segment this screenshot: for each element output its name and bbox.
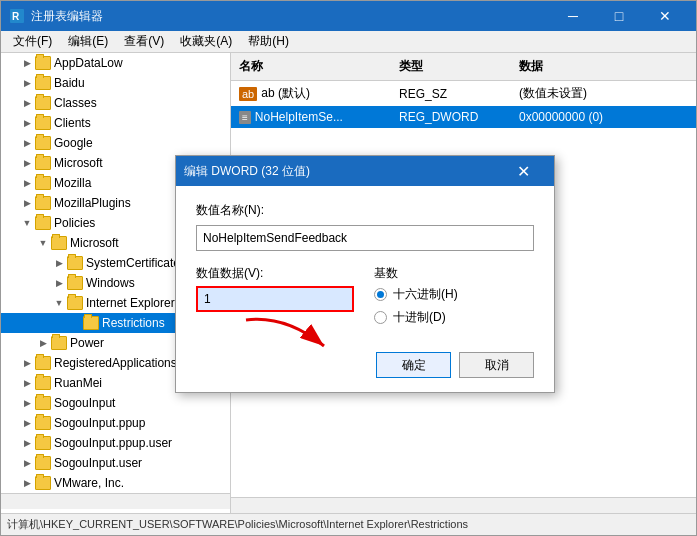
dialog-base-group: 基数 十六进制(H) 十进制(D): [374, 265, 534, 326]
menu-file[interactable]: 文件(F): [5, 31, 60, 52]
dialog-close-button[interactable]: ✕: [500, 156, 546, 186]
close-button[interactable]: ✕: [642, 1, 688, 31]
maximize-button[interactable]: □: [596, 1, 642, 31]
expand-icon[interactable]: ▼: [35, 235, 51, 251]
folder-icon: [51, 236, 67, 250]
folder-icon: [35, 376, 51, 390]
expand-icon[interactable]: ▶: [19, 415, 35, 431]
folder-icon: [67, 256, 83, 270]
right-row-nohelpitem[interactable]: ≡ NoHelpItemSe... REG_DWORD 0x00000000 (…: [231, 106, 696, 128]
expand-icon[interactable]: ▶: [19, 475, 35, 491]
folder-icon: [35, 216, 51, 230]
dialog-name-input[interactable]: [196, 225, 534, 251]
right-row-default[interactable]: ab ab (默认) REG_SZ (数值未设置): [231, 81, 696, 106]
tree-label: Microsoft: [54, 156, 103, 170]
tree-item-classes[interactable]: ▶ Classes: [1, 93, 230, 113]
tree-item-baidu[interactable]: ▶ Baidu: [1, 73, 230, 93]
menu-edit[interactable]: 编辑(E): [60, 31, 116, 52]
dialog-buttons: 确定 取消: [176, 342, 554, 392]
tree-label: Microsoft: [70, 236, 119, 250]
right-panel-header: 名称 类型 数据: [231, 53, 696, 81]
expand-icon[interactable]: ▶: [19, 175, 35, 191]
expand-icon[interactable]: ▶: [19, 435, 35, 451]
radio-hex-circle: [374, 288, 387, 301]
radio-hex[interactable]: 十六进制(H): [374, 286, 534, 303]
expand-icon[interactable]: ▶: [19, 115, 35, 131]
col-type-header: 类型: [391, 55, 511, 78]
radio-dec[interactable]: 十进制(D): [374, 309, 534, 326]
dialog-data-row: 数值数据(V): 基数 十六进制(H) 十进制(D): [196, 265, 534, 326]
expand-icon[interactable]: ▶: [19, 455, 35, 471]
ab-icon: ab: [239, 87, 257, 101]
expand-icon[interactable]: ▶: [19, 135, 35, 151]
expand-icon[interactable]: ▼: [51, 295, 67, 311]
tree-label: MozillaPlugins: [54, 196, 131, 210]
folder-icon: [35, 56, 51, 70]
right-cell-type: REG_SZ: [391, 85, 511, 103]
expand-icon[interactable]: ▶: [35, 335, 51, 351]
menu-favorites[interactable]: 收藏夹(A): [172, 31, 240, 52]
expand-icon[interactable]: ▶: [19, 195, 35, 211]
default-name: ab (默认): [261, 85, 310, 102]
expand-icon[interactable]: ▶: [19, 95, 35, 111]
folder-icon: [35, 96, 51, 110]
menu-help[interactable]: 帮助(H): [240, 31, 297, 52]
dialog-name-label: 数值名称(N):: [196, 202, 534, 219]
right-scrollbar-x[interactable]: [231, 497, 696, 513]
folder-icon: [83, 316, 99, 330]
expand-icon[interactable]: ▼: [19, 215, 35, 231]
nohelpitem-name: NoHelpItemSe...: [255, 110, 343, 124]
tree-item-vmware[interactable]: ▶ VMware, Inc.: [1, 473, 230, 493]
titlebar: R 注册表编辑器 ─ □ ✕: [1, 1, 696, 31]
tree-label: Internet Explorer: [86, 296, 175, 310]
reg-icon: ≡: [239, 111, 251, 124]
tree-label: Power: [70, 336, 104, 350]
tree-label: Classes: [54, 96, 97, 110]
folder-icon: [35, 476, 51, 490]
expand-icon[interactable]: ▶: [19, 395, 35, 411]
expand-icon[interactable]: ▶: [19, 155, 35, 171]
right-cell-name: ab ab (默认): [231, 83, 391, 104]
tree-item-clients[interactable]: ▶ Clients: [1, 113, 230, 133]
menu-view[interactable]: 查看(V): [116, 31, 172, 52]
dialog-cancel-button[interactable]: 取消: [459, 352, 534, 378]
tree-item-appdatalow[interactable]: ▶ AppDataLow: [1, 53, 230, 73]
tree-scrollbar-x[interactable]: [1, 493, 230, 509]
folder-icon: [67, 296, 83, 310]
tree-label: SogouInput.ppup: [54, 416, 145, 430]
tree-item-sogoginput-ppup-user[interactable]: ▶ SogouInput.ppup.user: [1, 433, 230, 453]
tree-label: Google: [54, 136, 93, 150]
tree-item-sogoginput[interactable]: ▶ SogouInput: [1, 393, 230, 413]
expand-icon[interactable]: ▶: [19, 75, 35, 91]
tree-item-sogoginput-user[interactable]: ▶ SogouInput.user: [1, 453, 230, 473]
minimize-button[interactable]: ─: [550, 1, 596, 31]
expand-icon[interactable]: ▶: [51, 275, 67, 291]
col-data-header: 数据: [511, 55, 696, 78]
tree-label: RuanMei: [54, 376, 102, 390]
svg-text:R: R: [12, 11, 20, 22]
statusbar-text: 计算机\HKEY_CURRENT_USER\SOFTWARE\Policies\…: [7, 517, 468, 532]
folder-icon: [35, 436, 51, 450]
tree-label: Mozilla: [54, 176, 91, 190]
expand-icon[interactable]: ▶: [51, 255, 67, 271]
folder-icon: [67, 276, 83, 290]
folder-icon: [35, 176, 51, 190]
expand-icon[interactable]: ▶: [19, 375, 35, 391]
tree-item-sogoginput-ppup[interactable]: ▶ SogouInput.ppup: [1, 413, 230, 433]
tree-item-google[interactable]: ▶ Google: [1, 133, 230, 153]
tree-label: SogouInput: [54, 396, 115, 410]
folder-icon: [35, 396, 51, 410]
tree-label: RegisteredApplications: [54, 356, 177, 370]
dialog-ok-button[interactable]: 确定: [376, 352, 451, 378]
folder-icon: [35, 156, 51, 170]
dialog-data-label: 数值数据(V):: [196, 265, 354, 282]
tree-label: Restrictions: [102, 316, 165, 330]
dialog-data-input[interactable]: [196, 286, 354, 312]
expand-icon[interactable]: ▶: [19, 355, 35, 371]
folder-icon: [35, 76, 51, 90]
dialog-titlebar: 编辑 DWORD (32 位值) ✕: [176, 156, 554, 186]
folder-icon: [35, 196, 51, 210]
radio-hex-label: 十六进制(H): [393, 286, 458, 303]
expand-icon[interactable]: ▶: [19, 55, 35, 71]
dialog-left-col: 数值数据(V):: [196, 265, 354, 312]
